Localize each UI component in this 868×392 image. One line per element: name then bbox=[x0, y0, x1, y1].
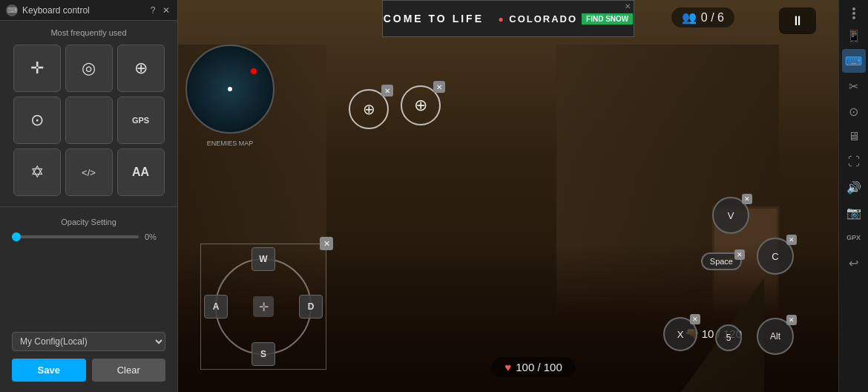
sidebar-scissors-button[interactable]: ✂ bbox=[842, 74, 866, 98]
health-count: 100 / 100 bbox=[516, 361, 562, 373]
game-area: COME TO LIFE ● COLORADO FIND SNOW ✕ 👥 0 … bbox=[178, 0, 838, 392]
right-sidebar: 📱 ⌨ ✂ ⊙ 🖥 ⛶ 🔊 📷 GPX ↩ bbox=[838, 0, 868, 392]
panel-actions: ? ✕ bbox=[148, 5, 171, 16]
ad-come-to-life: COME TO LIFE bbox=[384, 13, 494, 24]
ad-cta[interactable]: FIND SNOW bbox=[582, 13, 633, 24]
action-alt-close[interactable]: ✕ bbox=[786, 315, 797, 325]
action-v-button[interactable]: V ✕ bbox=[712, 197, 749, 234]
bottom-section: My Config(Local) Save Clear bbox=[0, 324, 177, 392]
action-5-button[interactable]: 5 bbox=[715, 324, 742, 351]
most-used-label: Most frequently used bbox=[0, 21, 177, 42]
hud-enemies: 👥 0 / 6 bbox=[671, 7, 734, 27]
crosshair-button[interactable]: ⊕ bbox=[117, 45, 165, 92]
sidebar-screenshot-button[interactable]: 📷 bbox=[842, 200, 866, 224]
keyboard-control-panel: ⌨ Keyboard control ? ✕ Most frequently u… bbox=[0, 0, 178, 392]
action-x-close[interactable]: ✕ bbox=[690, 314, 700, 324]
enemy-count: 0 / 6 bbox=[701, 11, 724, 24]
opacity-section: Opacity Setting 0% bbox=[0, 210, 177, 249]
sidebar-volume-button[interactable]: 🔊 bbox=[842, 175, 866, 199]
action-space-button[interactable]: Space ✕ bbox=[701, 252, 742, 270]
health-icon: ♥ bbox=[504, 361, 511, 373]
x-label: X bbox=[677, 329, 684, 340]
enemies-map: ENEMIES MAP bbox=[185, 45, 274, 134]
sidebar-screen-button[interactable]: 🖥 bbox=[842, 125, 866, 148]
panel-title: Keyboard control bbox=[22, 5, 148, 16]
sidebar-keyboard-button[interactable]: ⌨ bbox=[842, 49, 866, 73]
sidebar-target-button[interactable]: ⊙ bbox=[842, 99, 866, 123]
action-x-button[interactable]: X ✕ bbox=[663, 317, 697, 351]
gps-button[interactable]: GPS bbox=[117, 97, 165, 144]
action-c-close[interactable]: ✕ bbox=[786, 235, 797, 245]
wasd-overlay: ✕ W S A D ✛ bbox=[200, 244, 326, 370]
crosshair-main-close[interactable]: ✕ bbox=[381, 85, 393, 97]
sidebar-undo-button[interactable]: ↩ bbox=[842, 251, 866, 275]
key-w[interactable]: W bbox=[251, 247, 275, 271]
ad-colorado: ● bbox=[498, 14, 504, 24]
map-label: ENEMIES MAP bbox=[185, 140, 274, 147]
ad-banner: COME TO LIFE ● COLORADO FIND SNOW ✕ bbox=[382, 0, 634, 37]
opacity-slider[interactable] bbox=[12, 235, 139, 238]
player-dot bbox=[228, 87, 232, 91]
letter-a-button[interactable] bbox=[65, 97, 113, 144]
hud-pause-button[interactable]: ⏸ bbox=[779, 7, 816, 34]
space-label: Space bbox=[710, 257, 733, 266]
opacity-row: 0% bbox=[12, 232, 165, 241]
v-label: V bbox=[728, 210, 734, 221]
wasd-close-button[interactable]: ✕ bbox=[320, 237, 333, 250]
save-button[interactable]: Save bbox=[12, 359, 86, 382]
steering-button[interactable]: ◎ bbox=[65, 45, 113, 92]
close-icon[interactable]: ✕ bbox=[161, 5, 171, 16]
alt-label: Alt bbox=[770, 331, 780, 342]
help-icon[interactable]: ? bbox=[148, 5, 158, 16]
opacity-value: 0% bbox=[145, 232, 165, 241]
opacity-label: Opacity Setting bbox=[12, 218, 165, 226]
clear-button[interactable]: Clear bbox=[92, 359, 166, 382]
key-s[interactable]: S bbox=[251, 342, 275, 366]
star-button[interactable]: ✡ bbox=[13, 148, 61, 196]
text-aa-button[interactable]: AA bbox=[117, 148, 165, 196]
c-label: C bbox=[772, 251, 778, 262]
config-select[interactable]: My Config(Local) bbox=[12, 332, 165, 351]
action-buttons: Save Clear bbox=[12, 359, 165, 382]
panel-icon: ⌨ bbox=[6, 4, 18, 16]
crosshair-main[interactable]: ⊕ ✕ bbox=[349, 89, 389, 129]
wasd-inner: W S A D ✛ bbox=[201, 244, 326, 369]
five-label: 5 bbox=[726, 333, 731, 343]
map-circle bbox=[185, 45, 274, 134]
panel-title-bar: ⌨ Keyboard control ? ✕ bbox=[0, 0, 177, 21]
crosshair-move-close[interactable]: ✕ bbox=[433, 81, 445, 93]
sidebar-phone-button[interactable]: 📱 bbox=[842, 24, 866, 48]
key-d[interactable]: D bbox=[299, 295, 323, 318]
dpad-button[interactable]: ✛ bbox=[13, 45, 61, 92]
enemy-icon: 👥 bbox=[682, 10, 697, 24]
ad-text: COME TO LIFE ● COLORADO bbox=[384, 13, 577, 24]
action-c-button[interactable]: C ✕ bbox=[757, 238, 794, 275]
icon-grid: ✛ ◎ ⊕ ⊙ GPS ✡ </> AA bbox=[0, 42, 177, 203]
action-space-close[interactable]: ✕ bbox=[734, 249, 745, 260]
enemy-dot bbox=[251, 68, 257, 74]
wasd-circle bbox=[215, 258, 312, 355]
hud-health: ♥ 100 / 100 bbox=[491, 357, 575, 377]
sidebar-gpx-button[interactable]: GPX bbox=[842, 226, 866, 249]
key-a[interactable]: A bbox=[204, 295, 228, 318]
action-v-close[interactable]: ✕ bbox=[742, 194, 752, 204]
code-button[interactable]: </> bbox=[65, 148, 113, 196]
action-alt-button[interactable]: Alt ✕ bbox=[757, 318, 794, 355]
aim-button[interactable]: ⊙ bbox=[13, 97, 61, 144]
crosshair-move[interactable]: ⊕ ✕ bbox=[401, 85, 441, 125]
ad-close-icon[interactable]: ✕ bbox=[625, 2, 631, 10]
ad-colorado-text: COLORADO bbox=[509, 13, 577, 24]
more-options-icon bbox=[852, 4, 855, 22]
divider-1 bbox=[0, 206, 177, 207]
config-select-row: My Config(Local) bbox=[12, 332, 165, 351]
sidebar-fullscreen-button[interactable]: ⛶ bbox=[842, 150, 866, 174]
